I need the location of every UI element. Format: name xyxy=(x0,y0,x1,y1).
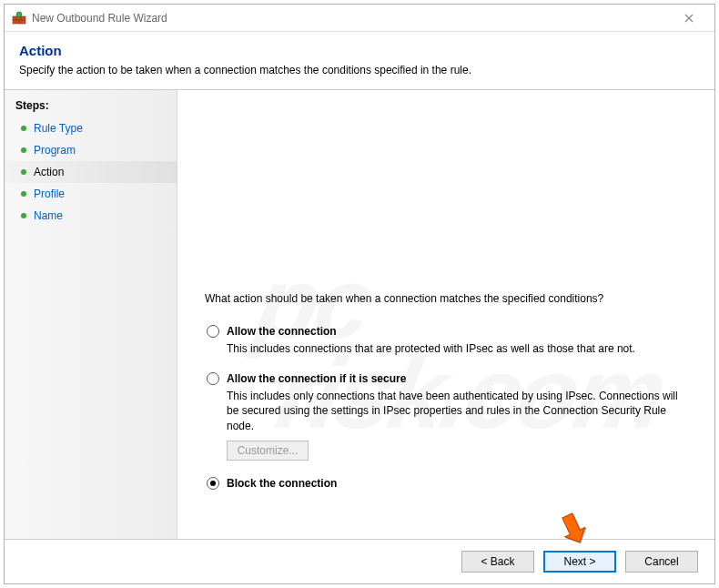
step-profile[interactable]: Profile xyxy=(5,183,177,205)
bullet-icon xyxy=(21,191,26,197)
firewall-icon xyxy=(12,11,26,25)
step-name[interactable]: Name xyxy=(5,205,177,227)
window-title: New Outbound Rule Wizard xyxy=(32,12,167,25)
option-allow-secure: Allow the connection if it is secure Thi… xyxy=(205,372,693,461)
bullet-icon xyxy=(21,147,26,153)
option-allow-secure-desc: This includes only connections that have… xyxy=(227,389,691,433)
back-button[interactable]: < Back xyxy=(461,551,534,573)
bullet-icon xyxy=(21,169,26,175)
step-program[interactable]: Program xyxy=(5,139,177,161)
page-title: Action xyxy=(19,43,700,58)
steps-title: Steps: xyxy=(5,96,177,117)
option-allow-desc: This includes connections that are prote… xyxy=(227,341,691,356)
step-label: Name xyxy=(34,209,63,222)
main-panel: pc risk.com What action should be taken … xyxy=(177,90,714,539)
back-label: < Back xyxy=(481,555,514,568)
radio-allow[interactable] xyxy=(207,325,219,338)
option-block: Block the connection xyxy=(205,477,693,490)
option-allow: Allow the connection This includes conne… xyxy=(205,325,693,356)
cancel-button[interactable]: Cancel xyxy=(625,551,698,573)
step-rule-type[interactable]: Rule Type xyxy=(5,117,177,139)
step-label: Program xyxy=(34,144,76,157)
bullet-icon xyxy=(21,213,26,218)
customize-button: Customize... xyxy=(227,441,309,461)
step-label: Action xyxy=(34,166,64,178)
step-action[interactable]: Action xyxy=(5,161,177,183)
radio-block[interactable] xyxy=(207,477,219,490)
titlebar: New Outbound Rule Wizard xyxy=(5,5,714,32)
cancel-label: Cancel xyxy=(644,555,678,568)
close-button[interactable] xyxy=(671,5,707,31)
page-subtitle: Specify the action to be taken when a co… xyxy=(19,64,700,76)
next-label: Next > xyxy=(563,555,595,568)
wizard-header: Action Specify the action to be taken wh… xyxy=(5,32,714,90)
option-allow-label[interactable]: Allow the connection xyxy=(227,325,337,338)
radio-allow-secure[interactable] xyxy=(207,372,219,385)
wizard-window: New Outbound Rule Wizard Action Specify … xyxy=(4,4,715,584)
next-button[interactable]: Next > xyxy=(543,551,616,573)
question-text: What action should be taken when a conne… xyxy=(205,292,693,305)
step-label: Profile xyxy=(34,188,65,200)
wizard-body: Steps: Rule Type Program Action Profile … xyxy=(5,90,714,539)
option-allow-secure-label[interactable]: Allow the connection if it is secure xyxy=(227,372,406,385)
bullet-icon xyxy=(21,126,26,131)
steps-sidebar: Steps: Rule Type Program Action Profile … xyxy=(5,90,177,539)
step-label: Rule Type xyxy=(34,122,83,135)
svg-point-6 xyxy=(16,12,22,17)
wizard-footer: < Back Next > Cancel xyxy=(5,539,714,583)
option-block-label[interactable]: Block the connection xyxy=(227,477,337,490)
